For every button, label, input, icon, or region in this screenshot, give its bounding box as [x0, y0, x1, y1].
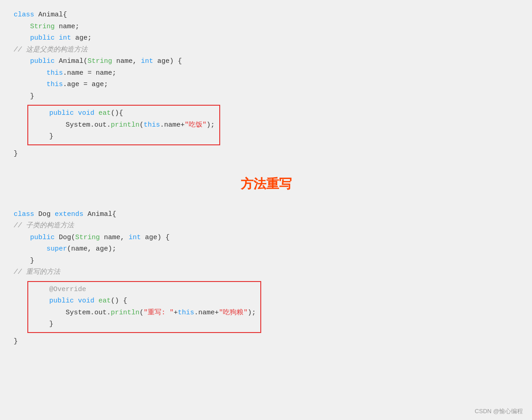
line-close-dog-constructor: }	[14, 255, 518, 267]
animal-eat-box: public void eat(){ System.out.println(th…	[27, 104, 220, 146]
line-this-age: this.age = age;	[14, 79, 518, 91]
line-dog-constructor: public Dog(String name, int age) {	[14, 232, 518, 244]
line-system-out-eat: System.out.println(this.name+"吃饭");	[33, 119, 215, 131]
dog-class-block: class Dog extends Animal{ // 子类的构造方法 pub…	[14, 209, 518, 348]
line-public-int-age: public int age;	[14, 32, 518, 44]
line-animal-constructor: public Animal(String name, int age) {	[14, 56, 518, 67]
line-eat-decl: public void eat(){	[33, 108, 215, 119]
line-dog-eat-decl: public void eat() {	[33, 295, 256, 307]
comment-constructor: // 这是父类的构造方法	[14, 44, 518, 56]
line-close-eat: }	[33, 131, 215, 143]
line-close-constructor: }	[14, 91, 518, 102]
comment-override: // 重写的方法	[14, 266, 518, 278]
dog-eat-box: @Override public void eat() { System.out…	[27, 280, 261, 334]
watermark: CSDN @愉心编程	[475, 407, 523, 415]
code-area: class Animal{ String name; public int ag…	[14, 9, 518, 347]
dog-eat-highlighted: @Override public void eat() { System.out…	[27, 281, 261, 333]
line-this-name: this.name = name;	[14, 67, 518, 79]
line-close-dog-eat: }	[33, 318, 256, 330]
line-string-name: String name;	[14, 21, 518, 33]
line-system-out-dog-eat: System.out.println("重写: "+this.name+"吃狗粮…	[33, 307, 256, 319]
line-close-dog: }	[14, 336, 518, 348]
line-super-call: super(name, age);	[14, 243, 518, 255]
section-title: 方法重写	[14, 173, 518, 195]
animal-class-block: class Animal{ String name; public int ag…	[14, 9, 518, 159]
line-class-animal: class Animal{	[14, 9, 518, 21]
line-close-animal: }	[14, 148, 518, 160]
comment-dog-constructor: // 子类的构造方法	[14, 220, 518, 232]
line-class-dog: class Dog extends Animal{	[14, 209, 518, 220]
line-override-annotation: @Override	[33, 284, 256, 296]
animal-eat-highlighted: public void eat(){ System.out.println(th…	[27, 105, 220, 145]
